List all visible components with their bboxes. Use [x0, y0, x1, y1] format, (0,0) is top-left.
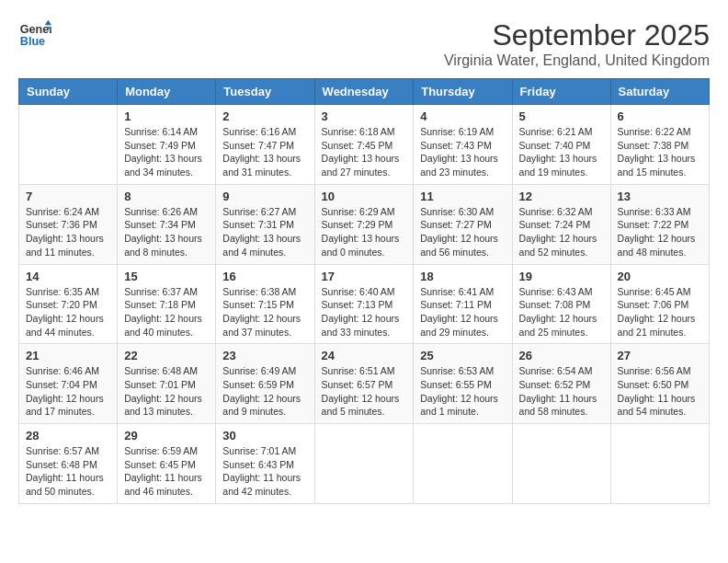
day-number: 23 [222, 349, 307, 362]
day-number: 17 [322, 270, 407, 283]
day-number: 24 [322, 349, 407, 362]
calendar-cell: 17Sunrise: 6:40 AM Sunset: 7:13 PM Dayli… [314, 264, 414, 344]
day-number: 26 [519, 349, 604, 362]
day-info: Sunrise: 6:22 AM Sunset: 7:38 PM Dayligh… [618, 125, 702, 179]
day-number: 25 [420, 349, 505, 362]
calendar-cell: 3Sunrise: 6:18 AM Sunset: 7:45 PM Daylig… [314, 105, 414, 185]
day-number: 16 [222, 270, 307, 283]
calendar-cell [19, 105, 118, 185]
calendar-table: SundayMondayTuesdayWednesdayThursdayFrid… [18, 78, 710, 504]
calendar-cell: 25Sunrise: 6:53 AM Sunset: 6:55 PM Dayli… [414, 344, 512, 424]
day-number: 19 [519, 270, 604, 283]
calendar-cell: 23Sunrise: 6:49 AM Sunset: 6:59 PM Dayli… [216, 344, 314, 424]
day-info: Sunrise: 6:35 AM Sunset: 7:20 PM Dayligh… [26, 285, 110, 339]
day-info: Sunrise: 6:37 AM Sunset: 7:18 PM Dayligh… [124, 285, 209, 339]
day-info: Sunrise: 6:51 AM Sunset: 6:57 PM Dayligh… [322, 364, 407, 419]
day-number: 1 [124, 109, 209, 123]
day-info: Sunrise: 6:21 AM Sunset: 7:40 PM Dayligh… [519, 125, 604, 179]
day-header-saturday: Saturday [610, 79, 709, 105]
day-header-tuesday: Tuesday [216, 79, 314, 105]
day-info: Sunrise: 6:49 AM Sunset: 6:59 PM Dayligh… [222, 364, 307, 419]
day-info: Sunrise: 6:18 AM Sunset: 7:45 PM Dayligh… [322, 125, 407, 179]
calendar-cell [610, 424, 709, 504]
calendar-cell: 6Sunrise: 6:22 AM Sunset: 7:38 PM Daylig… [610, 105, 709, 185]
day-number: 14 [26, 270, 110, 283]
day-info: Sunrise: 6:19 AM Sunset: 7:43 PM Dayligh… [420, 125, 505, 179]
week-row-2: 7Sunrise: 6:24 AM Sunset: 7:36 PM Daylig… [19, 184, 710, 264]
day-info: Sunrise: 6:48 AM Sunset: 7:01 PM Dayligh… [124, 364, 209, 419]
week-row-5: 28Sunrise: 6:57 AM Sunset: 6:48 PM Dayli… [19, 424, 710, 504]
day-header-thursday: Thursday [414, 79, 512, 105]
day-info: Sunrise: 6:45 AM Sunset: 7:06 PM Dayligh… [618, 285, 702, 339]
day-info: Sunrise: 6:56 AM Sunset: 6:50 PM Dayligh… [618, 364, 702, 419]
calendar-cell: 29Sunrise: 6:59 AM Sunset: 6:45 PM Dayli… [118, 424, 216, 504]
day-header-sunday: Sunday [19, 79, 118, 105]
calendar-cell: 13Sunrise: 6:33 AM Sunset: 7:22 PM Dayli… [610, 184, 709, 264]
calendar-cell: 22Sunrise: 6:48 AM Sunset: 7:01 PM Dayli… [118, 344, 216, 424]
day-info: Sunrise: 6:26 AM Sunset: 7:34 PM Dayligh… [124, 205, 209, 259]
day-header-wednesday: Wednesday [314, 79, 414, 105]
day-number: 22 [124, 349, 209, 362]
day-number: 9 [222, 190, 307, 203]
calendar-cell [314, 424, 414, 504]
day-info: Sunrise: 6:59 AM Sunset: 6:45 PM Dayligh… [124, 444, 209, 499]
day-info: Sunrise: 6:46 AM Sunset: 7:04 PM Dayligh… [26, 364, 110, 419]
location: Virginia Water, England, United Kingdom [444, 52, 710, 69]
calendar-cell: 30Sunrise: 7:01 AM Sunset: 6:43 PM Dayli… [216, 424, 314, 504]
calendar-cell: 14Sunrise: 6:35 AM Sunset: 7:20 PM Dayli… [19, 264, 118, 344]
calendar-cell: 20Sunrise: 6:45 AM Sunset: 7:06 PM Dayli… [610, 264, 709, 344]
calendar-cell: 9Sunrise: 6:27 AM Sunset: 7:31 PM Daylig… [216, 184, 314, 264]
week-row-4: 21Sunrise: 6:46 AM Sunset: 7:04 PM Dayli… [19, 344, 710, 424]
calendar-cell: 18Sunrise: 6:41 AM Sunset: 7:11 PM Dayli… [414, 264, 512, 344]
calendar-cell: 10Sunrise: 6:29 AM Sunset: 7:29 PM Dayli… [314, 184, 414, 264]
calendar-cell: 24Sunrise: 6:51 AM Sunset: 6:57 PM Dayli… [314, 344, 414, 424]
day-number: 8 [124, 190, 209, 203]
day-number: 10 [322, 190, 407, 203]
day-number: 21 [26, 349, 110, 362]
calendar-cell: 2Sunrise: 6:16 AM Sunset: 7:47 PM Daylig… [216, 105, 314, 185]
page-header: General Blue September 2025 Virginia Wat… [18, 18, 710, 69]
day-number: 29 [124, 429, 209, 442]
day-number: 18 [420, 270, 505, 283]
calendar-cell: 21Sunrise: 6:46 AM Sunset: 7:04 PM Dayli… [19, 344, 118, 424]
calendar-cell: 19Sunrise: 6:43 AM Sunset: 7:08 PM Dayli… [512, 264, 610, 344]
day-number: 6 [618, 109, 702, 123]
day-number: 20 [618, 270, 702, 283]
month-title: September 2025 [444, 18, 710, 52]
day-number: 5 [519, 109, 604, 123]
day-number: 27 [618, 349, 702, 362]
title-block: September 2025 Virginia Water, England, … [444, 18, 710, 69]
calendar-cell: 7Sunrise: 6:24 AM Sunset: 7:36 PM Daylig… [19, 184, 118, 264]
day-info: Sunrise: 6:43 AM Sunset: 7:08 PM Dayligh… [519, 285, 604, 339]
day-header-friday: Friday [512, 79, 610, 105]
day-info: Sunrise: 7:01 AM Sunset: 6:43 PM Dayligh… [222, 444, 307, 499]
day-info: Sunrise: 6:29 AM Sunset: 7:29 PM Dayligh… [322, 205, 407, 259]
day-number: 30 [222, 429, 307, 442]
svg-text:Blue: Blue [20, 35, 45, 48]
calendar-cell: 15Sunrise: 6:37 AM Sunset: 7:18 PM Dayli… [118, 264, 216, 344]
logo-icon: General Blue [18, 18, 51, 52]
calendar-cell: 8Sunrise: 6:26 AM Sunset: 7:34 PM Daylig… [118, 184, 216, 264]
day-number: 13 [618, 190, 702, 203]
day-number: 12 [519, 190, 604, 203]
day-info: Sunrise: 6:41 AM Sunset: 7:11 PM Dayligh… [420, 285, 505, 339]
header-row: SundayMondayTuesdayWednesdayThursdayFrid… [19, 79, 710, 105]
day-info: Sunrise: 6:14 AM Sunset: 7:49 PM Dayligh… [124, 125, 209, 179]
day-info: Sunrise: 6:30 AM Sunset: 7:27 PM Dayligh… [420, 205, 505, 259]
calendar-cell: 4Sunrise: 6:19 AM Sunset: 7:43 PM Daylig… [414, 105, 512, 185]
calendar-cell [414, 424, 512, 504]
day-info: Sunrise: 6:32 AM Sunset: 7:24 PM Dayligh… [519, 205, 604, 259]
day-number: 2 [222, 109, 307, 123]
day-info: Sunrise: 6:53 AM Sunset: 6:55 PM Dayligh… [420, 364, 505, 419]
day-info: Sunrise: 6:38 AM Sunset: 7:15 PM Dayligh… [222, 285, 307, 339]
day-info: Sunrise: 6:24 AM Sunset: 7:36 PM Dayligh… [26, 205, 110, 259]
calendar-cell [512, 424, 610, 504]
day-info: Sunrise: 6:54 AM Sunset: 6:52 PM Dayligh… [519, 364, 604, 419]
day-number: 15 [124, 270, 209, 283]
calendar-cell: 11Sunrise: 6:30 AM Sunset: 7:27 PM Dayli… [414, 184, 512, 264]
calendar-cell: 27Sunrise: 6:56 AM Sunset: 6:50 PM Dayli… [610, 344, 709, 424]
day-number: 4 [420, 109, 505, 123]
calendar-cell: 26Sunrise: 6:54 AM Sunset: 6:52 PM Dayli… [512, 344, 610, 424]
day-number: 11 [420, 190, 505, 203]
day-info: Sunrise: 6:33 AM Sunset: 7:22 PM Dayligh… [618, 205, 702, 259]
